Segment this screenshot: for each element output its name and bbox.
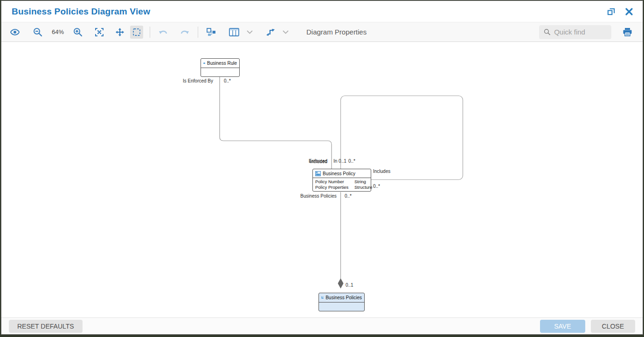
entity-header: Business Rule [201, 59, 239, 68]
toolbar-separator [150, 27, 150, 38]
attribute-name: Policy Properties [315, 185, 354, 190]
columns-view-button[interactable] [227, 26, 241, 38]
undo-button[interactable] [157, 26, 171, 38]
cardinality-label: 0..1 [346, 282, 353, 288]
cardinality-label: 0..* [373, 184, 380, 189]
attribute-row: Policy Number String [315, 179, 368, 185]
cardinality-label: 0..* [345, 193, 352, 199]
marquee-select-icon [132, 28, 141, 37]
marquee-select-button[interactable] [130, 26, 143, 39]
close-dialog-button[interactable]: CLOSE [591, 320, 635, 333]
entity-business-rule[interactable]: Business Rule [201, 58, 240, 77]
entity-name: Business Policies [325, 295, 362, 300]
diagram-properties-button[interactable]: Diagram Properties [306, 28, 367, 36]
diagram-toolbar: 64% [1, 22, 643, 42]
attribute-type: Structure [354, 185, 373, 190]
connector-route-icon [266, 28, 275, 36]
attribute-row: Policy Properties Structure [315, 185, 368, 190]
columns-view-dropdown[interactable] [245, 28, 255, 36]
connector-includes-loop[interactable] [341, 96, 463, 180]
attribute-type: String [354, 179, 366, 185]
quick-find-input[interactable] [554, 28, 607, 36]
aggregation-diamond-icon [338, 278, 344, 289]
entity-business-policy[interactable]: Business Policy Policy Number String Pol… [312, 169, 371, 192]
connector-rule-to-policy[interactable] [220, 77, 332, 169]
briefcase-icon [203, 61, 205, 66]
print-button[interactable] [621, 26, 634, 38]
relationship-label-included: Included [310, 159, 327, 164]
auto-layout-button[interactable] [205, 26, 218, 38]
policy-document-icon [321, 295, 324, 300]
entity-body: Policy Number String Policy Properties S… [313, 178, 371, 191]
print-icon [623, 28, 632, 36]
cardinality-label: 0..* [348, 158, 355, 164]
diagram-canvas[interactable]: Business Rule Business Policy Policy Num… [1, 42, 643, 317]
diagram-view-modal: Business Policies Diagram View [1, 0, 643, 335]
quick-find-box[interactable] [539, 25, 611, 39]
relationship-label-includes: Includes [373, 169, 390, 174]
zoom-out-icon [33, 28, 42, 37]
connector-style-button[interactable] [264, 26, 277, 38]
undo-icon [159, 28, 169, 36]
redo-icon [179, 28, 189, 36]
zoom-in-icon [73, 28, 83, 37]
footer-bar: RESET DEFAULTS SAVE CLOSE [1, 317, 643, 334]
layout-icon [207, 28, 216, 36]
search-icon [544, 28, 550, 36]
zoom-in-button[interactable] [71, 26, 84, 39]
cardinality-label: In 0..1 [333, 158, 346, 164]
fit-to-screen-icon [95, 28, 104, 37]
entity-business-policies[interactable]: Business Policies [319, 293, 365, 311]
connector-style-dropdown[interactable] [281, 28, 291, 36]
eye-icon [10, 28, 20, 36]
page-title: Business Policies Diagram View [12, 7, 150, 17]
preview-button[interactable] [8, 26, 22, 38]
save-button[interactable]: SAVE [540, 320, 585, 333]
pan-move-icon [115, 28, 125, 37]
policy-document-icon [315, 171, 321, 176]
entity-name: Business Rule [207, 61, 237, 66]
entity-header: Business Policy [313, 169, 371, 178]
pan-button[interactable] [113, 26, 126, 39]
table-columns-icon [229, 28, 239, 36]
popout-button[interactable] [606, 6, 616, 17]
entity-header: Business Policies [319, 293, 364, 303]
entity-body [201, 68, 239, 76]
cardinality-label: 0..* [224, 78, 231, 83]
popout-icon [607, 7, 616, 16]
chevron-down-icon [283, 30, 289, 34]
fit-to-screen-button[interactable] [93, 26, 106, 39]
window-controls [606, 6, 634, 17]
redo-button[interactable] [177, 26, 191, 38]
close-icon [625, 7, 633, 16]
relationship-label-business-policies: Business Policies [300, 193, 337, 199]
entity-name: Business Policy [323, 171, 355, 176]
toolbar-separator [198, 27, 198, 38]
reset-defaults-button[interactable]: RESET DEFAULTS [9, 320, 83, 333]
close-button[interactable] [624, 7, 634, 17]
entity-body [319, 303, 364, 311]
attribute-name: Policy Number [315, 179, 354, 185]
zoom-out-button[interactable] [31, 26, 44, 39]
chevron-down-icon [247, 30, 253, 34]
zoom-level: 64% [51, 28, 65, 35]
title-bar: Business Policies Diagram View [1, 1, 643, 22]
relationship-label-is-enforced-by: Is Enforced By [183, 78, 213, 83]
